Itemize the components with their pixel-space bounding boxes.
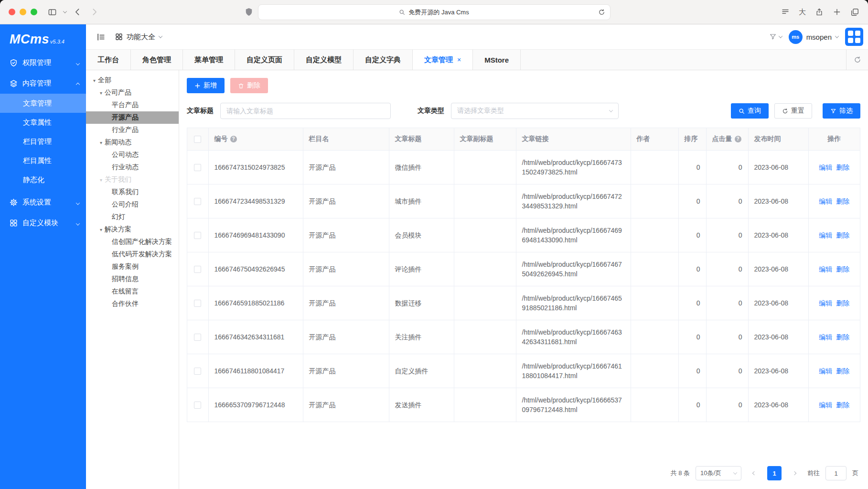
current-page-button[interactable]: 1 [767,466,782,480]
row-checkbox[interactable] [194,232,201,239]
page-zoom-icon[interactable] [799,8,806,17]
article-type-select[interactable]: 请选择文章类型 [451,103,619,119]
filter-button[interactable]: 筛选 [823,103,860,119]
add-button[interactable]: 新增 [187,78,225,93]
table-header-row: 编号 栏目名 文章标题 文章副标题 文章链接 作者 排序 点击量 发布时间 [187,128,860,150]
close-window-button[interactable] [9,9,15,15]
tree-item-news[interactable]: 新闻动态 [86,136,179,149]
sidebar-item-system-settings[interactable]: 系统设置 [0,192,86,213]
tab-custom-page[interactable]: 自定义页面 [235,50,294,70]
privacy-shield-icon[interactable] [244,7,254,17]
reset-button[interactable]: 重置 [774,103,812,119]
tree-item-industry-news[interactable]: 行业动态 [86,161,179,174]
prev-page-button[interactable] [747,466,761,480]
row-checkbox[interactable] [194,368,201,375]
row-checkbox[interactable] [194,334,201,341]
delete-link[interactable]: 删除 [836,231,849,239]
sidebar-subitem-article-management[interactable]: 文章管理 [0,94,86,113]
tab-custom-dictionary[interactable]: 自定义字典 [354,50,413,70]
tree-item-about-us[interactable]: 关于我们 [86,174,179,186]
sidebar-item-content-management[interactable]: 内容管理 [0,73,86,94]
sidebar-subitem-category-attributes[interactable]: 栏目属性 [0,151,86,170]
tree-item-all[interactable]: 全部 [86,74,179,87]
delete-link[interactable]: 删除 [836,265,849,273]
user-menu[interactable]: ms msopen [789,30,838,44]
tab-menu-management[interactable]: 菜单管理 [183,50,235,70]
tree-item-online-message[interactable]: 在线留言 [86,285,179,298]
delete-button[interactable]: 删除 [230,78,268,93]
edit-link[interactable]: 编辑 [819,367,832,375]
tab-mstore[interactable]: MStore [473,50,521,70]
menu-collapse-icon[interactable] [96,33,106,42]
delete-link[interactable]: 删除 [836,367,849,375]
tab-role-management[interactable]: 角色管理 [131,50,183,70]
address-bar[interactable]: 免费开源的 Java Cms [258,4,611,20]
tab-label: 菜单管理 [194,55,223,65]
new-tab-icon[interactable] [833,8,841,16]
fullscreen-window-button[interactable] [31,9,37,15]
tree-item-slides[interactable]: 幻灯 [86,211,179,223]
tree-item-company-products[interactable]: 公司产品 [86,87,179,99]
tree-item-industry-products[interactable]: 行业产品 [86,124,179,136]
tree-item-recruitment[interactable]: 招聘信息 [86,273,179,285]
sidebar-item-custom-modules[interactable]: 自定义模块 [0,213,86,233]
apps-launcher-button[interactable] [845,28,863,46]
refresh-tab-button[interactable] [846,50,868,70]
tab-custom-model[interactable]: 自定义模型 [294,50,354,70]
help-icon[interactable] [735,136,741,142]
help-icon[interactable] [230,136,237,142]
row-checkbox[interactable] [194,198,201,205]
tab-overview-icon[interactable] [850,8,859,17]
delete-link[interactable]: 删除 [836,401,849,409]
tree-item-service-cases[interactable]: 服务案例 [86,261,179,273]
delete-link[interactable]: 删除 [836,163,849,171]
forward-button[interactable] [89,7,99,17]
row-checkbox[interactable] [194,402,201,409]
minimize-window-button[interactable] [20,9,26,15]
search-icon [739,108,745,114]
edit-link[interactable]: 编辑 [819,401,832,409]
toolbar-chevron-down-icon[interactable] [64,11,66,13]
row-checkbox[interactable] [194,266,201,273]
next-page-button[interactable] [787,466,802,480]
tab-workbench[interactable]: 工作台 [86,50,131,70]
tree-item-opensource-products[interactable]: 开源产品 [86,111,179,124]
edit-link[interactable]: 编辑 [819,333,832,341]
function-menu-switch[interactable]: 功能大全 [115,33,162,42]
row-checkbox[interactable] [194,300,201,307]
edit-link[interactable]: 编辑 [819,231,832,239]
search-button[interactable]: 查询 [731,103,769,119]
select-all-checkbox[interactable] [194,136,201,143]
tree-item-company-news[interactable]: 公司动态 [86,149,179,161]
share-icon[interactable] [815,7,824,17]
row-checkbox[interactable] [194,164,201,171]
sidebar-item-permission-management[interactable]: 权限管理 [0,53,86,73]
tree-item-company-intro[interactable]: 公司介绍 [86,198,179,211]
reader-icon[interactable] [781,8,790,16]
article-title-input[interactable] [220,103,391,119]
delete-link[interactable]: 删除 [836,299,849,307]
tree-item-xinchuang-solution[interactable]: 信创国产化解决方案 [86,236,179,248]
reload-icon[interactable] [598,9,605,16]
tree-item-contact-us[interactable]: 联系我们 [86,186,179,198]
edit-link[interactable]: 编辑 [819,299,832,307]
delete-link[interactable]: 删除 [836,197,849,205]
sidebar-toggle-icon[interactable] [48,8,57,17]
edit-link[interactable]: 编辑 [819,197,832,205]
tree-item-solutions[interactable]: 解决方案 [86,223,179,236]
edit-link[interactable]: 编辑 [819,265,832,273]
sidebar-subitem-category-management[interactable]: 栏目管理 [0,132,86,151]
tree-item-platform-products[interactable]: 平台产品 [86,99,179,111]
goto-page-input[interactable] [825,466,847,480]
sidebar-subitem-static-generation[interactable]: 静态化 [0,170,86,189]
tab-article-management[interactable]: 文章管理 [413,50,473,70]
edit-link[interactable]: 编辑 [819,163,832,171]
page-size-select[interactable]: 10条/页 [696,466,741,480]
header-filter-button[interactable] [769,33,782,41]
close-tab-icon[interactable] [457,56,461,63]
delete-link[interactable]: 删除 [836,333,849,341]
tree-item-partners[interactable]: 合作伙伴 [86,298,179,310]
sidebar-subitem-article-attributes[interactable]: 文章属性 [0,113,86,132]
back-button[interactable] [73,7,83,17]
tree-item-lowcode-solution[interactable]: 低代码开发解决方案 [86,248,179,261]
